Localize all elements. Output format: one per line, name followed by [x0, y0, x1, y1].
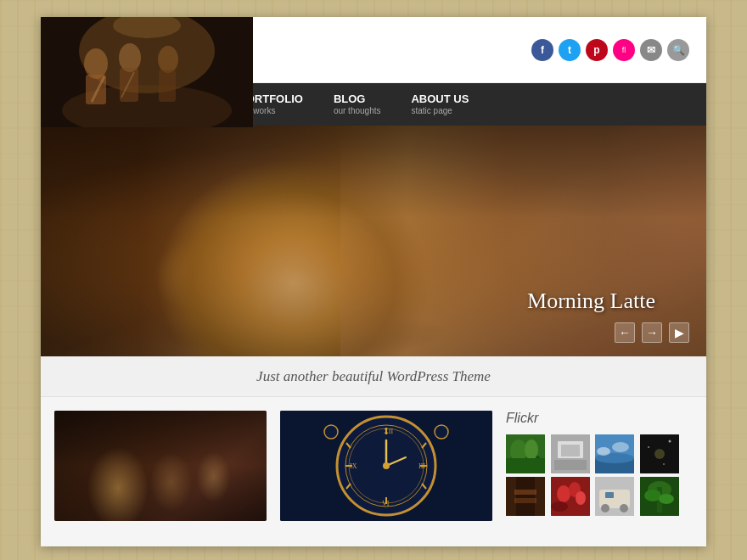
svg-point-71	[644, 490, 661, 501]
svg-rect-41	[561, 445, 580, 456]
flickr-thumb-7[interactable]	[595, 477, 634, 516]
slider-prev-button[interactable]: ←	[615, 322, 635, 343]
twitter-icon[interactable]: t	[559, 39, 581, 61]
flickr-thumb-5[interactable]	[506, 477, 545, 516]
svg-rect-56	[514, 490, 536, 495]
svg-rect-54	[506, 477, 516, 516]
svg-point-52	[663, 463, 665, 465]
email-icon[interactable]: ✉	[640, 39, 662, 61]
flickr-thumb-6[interactable]	[551, 477, 590, 516]
hero-slider: Morning Latte ← → ▶	[41, 126, 706, 356]
svg-point-27	[383, 462, 390, 469]
svg-point-51	[668, 440, 671, 443]
svg-point-65	[601, 504, 609, 512]
hero-background	[41, 126, 706, 356]
svg-point-50	[648, 446, 649, 448]
svg-point-62	[551, 501, 568, 512]
band-photo-card[interactable]	[54, 411, 267, 521]
svg-point-37	[525, 440, 538, 460]
svg-point-49	[654, 449, 665, 459]
svg-rect-38	[506, 458, 545, 473]
nav-about-label: ABOUT US	[411, 92, 469, 106]
svg-point-46	[597, 447, 610, 456]
flickr-icon[interactable]: fl	[613, 39, 635, 61]
svg-point-66	[620, 504, 628, 512]
flickr-widget-title: Flickr	[506, 411, 681, 426]
flickr-widget: Flickr	[506, 411, 694, 521]
hero-overlay	[41, 126, 706, 356]
nav-item-about[interactable]: ABOUT US static page	[396, 83, 484, 126]
svg-rect-67	[605, 492, 614, 498]
search-icon[interactable]: 🔍	[667, 39, 689, 61]
svg-text:III: III	[418, 462, 425, 470]
page-wrapper: 📌 Pinboard f t p fl ✉ 🔍 HOME is where yo…	[41, 17, 706, 546]
slider-controls: ← → ▶	[615, 322, 689, 343]
clock-image: XII III VI IX	[280, 411, 492, 521]
svg-point-47	[612, 442, 629, 452]
clock-photo-card[interactable]: XII III VI IX	[280, 411, 492, 521]
pinterest-icon[interactable]: p	[586, 39, 608, 61]
content-area: XII III VI IX Flickr	[41, 397, 706, 521]
slider-play-button[interactable]: ▶	[669, 322, 689, 343]
flickr-thumb-3[interactable]	[595, 434, 634, 473]
svg-text:VI: VI	[382, 500, 390, 507]
nav-item-blog[interactable]: BLOG our thoughts	[318, 83, 396, 126]
social-icons-bar: f t p fl ✉ 🔍	[531, 39, 689, 61]
nav-blog-label: BLOG	[334, 92, 381, 106]
flickr-thumb-1[interactable]	[506, 434, 545, 473]
hero-caption: Morning Latte	[527, 288, 655, 314]
svg-rect-57	[514, 498, 536, 503]
flickr-thumb-8[interactable]	[640, 477, 679, 516]
svg-point-61	[576, 491, 586, 505]
svg-text:XII: XII	[384, 428, 393, 435]
svg-point-72	[659, 494, 674, 504]
flickr-thumb-2[interactable]	[551, 434, 590, 473]
slider-next-button[interactable]: →	[642, 322, 662, 343]
svg-point-33	[435, 425, 448, 439]
svg-text:IX: IX	[350, 462, 357, 470]
flickr-grid	[506, 434, 681, 516]
nav-blog-sub: our thoughts	[334, 106, 381, 116]
svg-point-32	[324, 425, 338, 439]
facebook-icon[interactable]: f	[531, 39, 553, 61]
flickr-thumb-4[interactable]	[640, 434, 679, 473]
tagline-text: Just another beautiful WordPress Theme	[256, 368, 491, 385]
tagline-bar: Just another beautiful WordPress Theme	[41, 356, 706, 397]
svg-point-59	[557, 485, 570, 502]
nav-about-sub: static page	[411, 106, 469, 116]
svg-rect-42	[554, 460, 587, 470]
svg-rect-55	[535, 477, 545, 516]
band-image	[54, 411, 267, 521]
